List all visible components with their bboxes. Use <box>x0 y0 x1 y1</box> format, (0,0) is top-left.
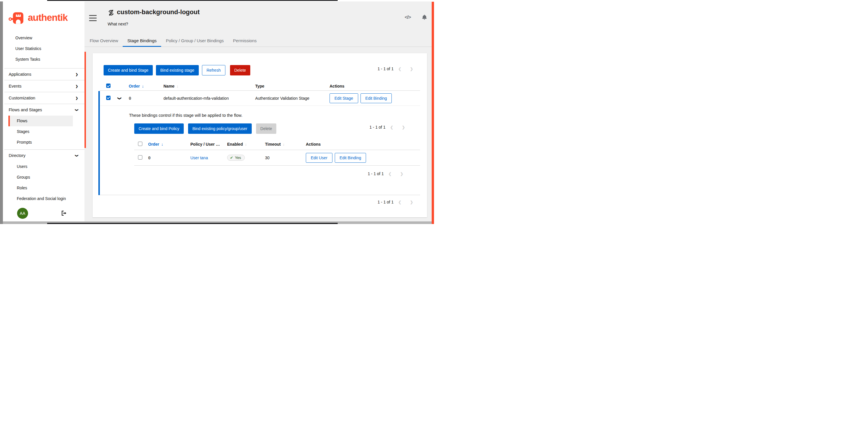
binding-table-header: Order↓ Policy / User … Enabled↕ Timeout↕… <box>134 138 420 150</box>
bind-existing-stage-button[interactable]: Bind existing stage <box>156 65 199 75</box>
chevron-right-icon: ❯ <box>75 96 78 100</box>
tab-policy-group-user-bindings[interactable]: Policy / Group / User Bindings <box>161 35 228 46</box>
row-expand-chevron-icon[interactable]: ❯ <box>118 97 122 100</box>
sidebar-item-users[interactable]: Users <box>8 161 73 172</box>
edit-user-button[interactable]: Edit User <box>306 153 333 163</box>
sidebar-item-flows-and-stages[interactable]: Flows and Stages ❯ <box>4 104 85 115</box>
pagination-prev-icon[interactable]: ❮ <box>398 200 401 204</box>
sidebar-item-stages[interactable]: Stages <box>8 126 73 137</box>
user-link[interactable]: User tana <box>190 156 208 160</box>
sidebar-item-applications[interactable]: Applications ❯ <box>4 69 85 80</box>
sidebar-group-applications: Applications ❯ <box>4 68 85 80</box>
sidebar-item-customization[interactable]: Customization ❯ <box>4 92 85 104</box>
edit-binding-button[interactable]: Edit Binding <box>361 93 392 103</box>
tab-bar: Flow Overview Stage Bindings Policy / Gr… <box>85 35 432 47</box>
chevron-right-icon: ❯ <box>75 84 78 88</box>
stage-table: Order↓ Name↕ Type Actions ❯ 0 default-au… <box>99 82 420 106</box>
menu-toggle-icon[interactable] <box>89 15 97 21</box>
sidebar-footer: AA <box>3 207 85 220</box>
sidebar-item-flows[interactable]: Flows <box>8 115 73 126</box>
pagination-next-icon[interactable]: ❯ <box>410 200 413 204</box>
window-edge-left <box>0 1 3 224</box>
column-header-actions: Actions <box>327 84 420 89</box>
create-and-bind-policy-button[interactable]: Create and bind Policy <box>134 124 184 134</box>
edit-binding-button[interactable]: Edit Binding <box>335 153 366 163</box>
stage-pagination-top: 1 - 1 of 1 ❮ ❯ <box>378 67 413 71</box>
sidebar-item-events[interactable]: Events ❯ <box>4 80 85 92</box>
sidebar-item-user-statistics[interactable]: User Statistics <box>7 43 73 54</box>
expansion-divider <box>98 195 420 195</box>
sidebar-item-groups[interactable]: Groups <box>8 172 73 183</box>
binding-table: Order↓ Policy / User … Enabled↕ Timeout↕… <box>134 138 420 166</box>
window-edge-top <box>47 0 338 1</box>
chevron-right-icon: ❯ <box>75 73 78 76</box>
pagination-prev-icon[interactable]: ❮ <box>388 172 392 176</box>
stage-bindings-card: Create and bind Stage Bind existing stag… <box>93 53 427 217</box>
stage-toolbar: Create and bind Stage Bind existing stag… <box>103 65 250 75</box>
brand-wordmark: authentik <box>28 13 68 24</box>
column-header-enabled[interactable]: Enabled↕ <box>225 142 263 146</box>
column-header-policy-user: Policy / User … <box>188 142 225 146</box>
select-all-checkbox[interactable] <box>138 142 142 146</box>
column-header-order[interactable]: Order↓ <box>146 142 188 146</box>
edit-stage-button[interactable]: Edit Stage <box>330 93 358 103</box>
delete-stage-button[interactable]: Delete <box>230 65 250 75</box>
row-checkbox[interactable] <box>138 155 142 160</box>
tab-flow-overview[interactable]: Flow Overview <box>85 35 123 46</box>
brand-logo[interactable]: authentik <box>3 1 85 27</box>
window-edge-right <box>432 2 434 224</box>
sidebar-scrollbar[interactable] <box>85 52 86 148</box>
binding-description: These bindings control if this stage wil… <box>129 113 243 117</box>
sort-desc-icon: ↓ <box>142 84 144 89</box>
sidebar-item-directory[interactable]: Directory ❯ <box>4 150 85 161</box>
delete-binding-button[interactable]: Delete <box>256 124 276 134</box>
refresh-button[interactable]: Refresh <box>202 65 225 75</box>
tab-stage-bindings[interactable]: Stage Bindings <box>123 35 161 46</box>
pagination-label: 1 - 1 of 1 <box>368 171 384 176</box>
pagination-label: 1 - 1 of 1 <box>378 67 394 71</box>
row-name: default-authentication-mfa-validation <box>161 96 253 101</box>
sidebar-nav: Overview User Statistics System Tasks Ap… <box>3 33 85 206</box>
select-all-checkbox[interactable] <box>106 83 111 88</box>
row-type: Authenticator Validation Stage <box>253 96 327 101</box>
sidebar-group-flows-and-stages: Flows and Stages ❯ Flows Stages Prompts <box>4 104 85 149</box>
check-icon: ✔ <box>230 156 233 160</box>
api-code-icon[interactable]: </> <box>404 14 411 20</box>
notifications-bell-icon[interactable] <box>421 14 428 21</box>
column-header-order[interactable]: Order↓ <box>126 84 161 89</box>
main-area: custom-background-logout What next? </> … <box>85 1 432 221</box>
sort-icon: ↕ <box>177 84 179 89</box>
expanded-row-indicator <box>98 91 100 195</box>
stage-table-header: Order↓ Name↕ Type Actions <box>99 82 420 91</box>
sidebar-item-federation[interactable]: Federation and Social login <box>8 193 73 204</box>
row-checkbox[interactable] <box>106 96 111 100</box>
column-header-name[interactable]: Name↕ <box>161 84 253 89</box>
logout-icon[interactable] <box>61 210 67 217</box>
sidebar-item-system-tasks[interactable]: System Tasks <box>7 54 73 65</box>
pagination-next-icon[interactable]: ❯ <box>400 172 403 176</box>
authentik-logo-icon <box>8 11 26 25</box>
create-and-bind-stage-button[interactable]: Create and bind Stage <box>103 65 153 75</box>
window-edge-bottom <box>47 223 338 224</box>
bind-existing-policy-button[interactable]: Bind existing policy/group/user <box>188 124 252 134</box>
column-header-actions: Actions <box>304 142 420 146</box>
column-header-type: Type <box>253 84 327 89</box>
avatar[interactable]: AA <box>17 208 28 219</box>
column-header-timeout[interactable]: Timeout↕ <box>263 142 304 146</box>
sidebar-item-overview[interactable]: Overview <box>7 33 73 43</box>
stage-pagination-bottom: 1 - 1 of 1 ❮ ❯ <box>378 200 413 204</box>
pagination-prev-icon[interactable]: ❮ <box>398 67 401 71</box>
tab-permissions[interactable]: Permissions <box>228 35 261 46</box>
binding-pagination-top: 1 - 1 of 1 ❮ ❯ <box>370 125 405 130</box>
masthead-icons: </> <box>404 14 428 21</box>
pagination-next-icon[interactable]: ❯ <box>410 67 413 71</box>
chevron-down-icon: ❯ <box>75 108 79 111</box>
sidebar-group-directory: Directory ❯ Users Groups Roles Federatio… <box>4 149 85 206</box>
sidebar: authentik Overview User Statistics Syste… <box>3 1 85 221</box>
binding-expansion-panel: These bindings control if this stage wil… <box>99 106 420 195</box>
row-order: 0 <box>146 156 188 160</box>
sidebar-item-prompts[interactable]: Prompts <box>8 137 73 148</box>
pagination-prev-icon[interactable]: ❮ <box>390 125 393 130</box>
pagination-next-icon[interactable]: ❯ <box>402 125 405 130</box>
sidebar-item-roles[interactable]: Roles <box>8 183 73 193</box>
